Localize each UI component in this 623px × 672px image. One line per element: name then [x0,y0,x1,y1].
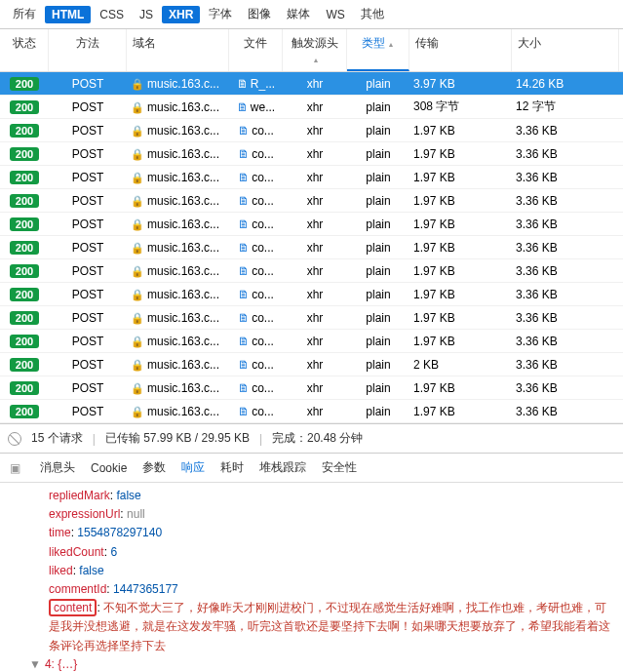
file-icon: 🗎 [238,288,250,301]
cell-initiator: xhr [283,311,347,325]
cell-type: plain [347,241,409,255]
cell-initiator: xhr [283,335,347,348]
file-icon: 🗎 [238,405,250,418]
filter-all[interactable]: 所有 [6,4,43,24]
lock-icon: 🔒 [131,195,144,207]
table-header: 状态 方法 域名 文件 触发源头 类型 传输 大小 [0,29,623,72]
cell-type: plain [347,147,409,161]
cell-initiator: xhr [283,171,347,184]
filter-css[interactable]: CSS [93,6,131,23]
col-size[interactable]: 大小 [512,29,619,71]
table-row[interactable]: 200POST🔒music.163.c...🗎co...xhrplain2 KB… [0,353,623,376]
table-row[interactable]: 200POST🔒music.163.c...🗎co...xhrplain1.97… [0,119,623,142]
cell-method: POST [49,335,127,348]
cell-file: 🗎R_... [229,77,283,91]
col-status[interactable]: 状态 [0,29,49,71]
cell-size: 12 字节 [512,99,619,115]
cell-method: POST [49,358,127,372]
status-badge: 200 [10,405,39,418]
status-badge: 200 [10,147,39,161]
response-tree[interactable]: repliedMark: false expressionUrl: null t… [0,483,623,672]
filter-html[interactable]: HTML [45,6,91,23]
cell-size: 3.36 KB [512,288,619,301]
lock-icon: 🔒 [131,148,144,160]
cell-domain: 🔒music.163.c... [127,311,229,325]
cell-size: 3.36 KB [512,147,619,161]
cell-type: plain [347,124,409,138]
cell-domain: 🔒music.163.c... [127,77,229,91]
table-row[interactable]: 200POST🔒music.163.c...🗎we...xhrplain308 … [0,96,623,119]
filter-bar: 所有 HTML CSS JS XHR 字体 图像 媒体 WS 其他 [0,0,623,29]
table-row[interactable]: 200POST🔒music.163.c...🗎R_...xhrplain3.97… [0,72,623,96]
cell-initiator: xhr [283,264,347,278]
table-row[interactable]: 200POST🔒music.163.c...🗎co...xhrplain1.97… [0,142,623,166]
lock-icon: 🔒 [131,78,144,90]
table-row[interactable]: 200POST🔒music.163.c...🗎co...xhrplain1.97… [0,306,623,330]
tab-stack[interactable]: 堆栈跟踪 [259,459,306,476]
tab-response[interactable]: 响应 [181,459,205,476]
collapse-icon[interactable]: ▼ [29,657,41,671]
request-list[interactable]: 200POST🔒music.163.c...🗎R_...xhrplain3.97… [0,72,623,423]
filter-other[interactable]: 其他 [354,4,391,24]
toggle-pane-icon[interactable]: ▣ [10,461,20,475]
table-row[interactable]: 200POST🔒music.163.c...🗎co...xhrplain1.97… [0,166,623,189]
table-row[interactable]: 200POST🔒music.163.c...🗎co...xhrplain1.97… [0,259,623,283]
cell-initiator: xhr [283,381,347,395]
cell-initiator: xhr [283,358,347,372]
cell-type: plain [347,381,409,395]
table-row[interactable]: 200POST🔒music.163.c...🗎co...xhrplain1.97… [0,376,623,400]
cell-transfer: 308 字节 [409,99,512,115]
file-icon: 🗎 [237,100,249,114]
cell-initiator: xhr [283,124,347,138]
table-row[interactable]: 200POST🔒music.163.c...🗎co...xhrplain1.97… [0,330,623,353]
tab-timing[interactable]: 耗时 [220,459,244,476]
cell-size: 3.36 KB [512,335,619,348]
file-icon: 🗎 [238,241,250,255]
table-row[interactable]: 200POST🔒music.163.c...🗎co...xhrplain1.97… [0,236,623,259]
col-method[interactable]: 方法 [49,29,127,71]
table-row[interactable]: 200POST🔒music.163.c...🗎co...xhrplain1.97… [0,283,623,306]
filter-ws[interactable]: WS [319,6,351,23]
stop-icon[interactable] [8,432,21,446]
summary-bar: 15 个请求 | 已传输 57.99 KB / 29.95 KB | 完成：20… [0,423,623,454]
status-badge: 200 [10,124,39,138]
cell-method: POST [49,147,127,161]
col-initiator[interactable]: 触发源头 [283,29,347,71]
content-key: content [49,599,97,616]
lock-icon: 🔒 [131,336,144,347]
filter-xhr[interactable]: XHR [162,6,200,23]
col-type[interactable]: 类型 [347,29,409,71]
filter-font[interactable]: 字体 [202,4,239,24]
tab-security[interactable]: 安全性 [322,459,357,476]
file-icon: 🗎 [238,171,250,184]
cell-transfer: 1.97 KB [409,217,512,231]
cell-type: plain [347,288,409,301]
cell-transfer: 1.97 KB [409,264,512,278]
lock-icon: 🔒 [131,242,144,254]
tab-cookie[interactable]: Cookie [91,461,127,475]
status-badge: 200 [10,217,39,231]
cell-file: 🗎co... [229,264,283,278]
tab-params[interactable]: 参数 [142,459,166,476]
table-row[interactable]: 200POST🔒music.163.c...🗎co...xhrplain1.97… [0,213,623,236]
status-badge: 200 [10,194,39,208]
tab-headers[interactable]: 消息头 [40,459,75,476]
filter-js[interactable]: JS [133,6,160,23]
table-row[interactable]: 200POST🔒music.163.c...🗎co...xhrplain1.97… [0,400,623,423]
cell-domain: 🔒music.163.c... [127,217,229,231]
filter-img[interactable]: 图像 [241,4,278,24]
cell-file: 🗎co... [229,124,283,138]
cell-method: POST [49,311,127,325]
table-row[interactable]: 200POST🔒music.163.c...🗎co...xhrplain1.97… [0,189,623,213]
cell-method: POST [49,288,127,301]
col-file[interactable]: 文件 [229,29,283,71]
cell-domain: 🔒music.163.c... [127,100,229,114]
cell-type: plain [347,217,409,231]
lock-icon: 🔒 [131,382,144,394]
summary-requests: 15 个请求 [31,430,83,447]
col-domain[interactable]: 域名 [127,29,229,71]
cell-transfer: 3.97 KB [409,77,512,91]
cell-size: 3.36 KB [512,124,619,138]
filter-media[interactable]: 媒体 [280,4,317,24]
col-transfer[interactable]: 传输 [409,29,512,71]
